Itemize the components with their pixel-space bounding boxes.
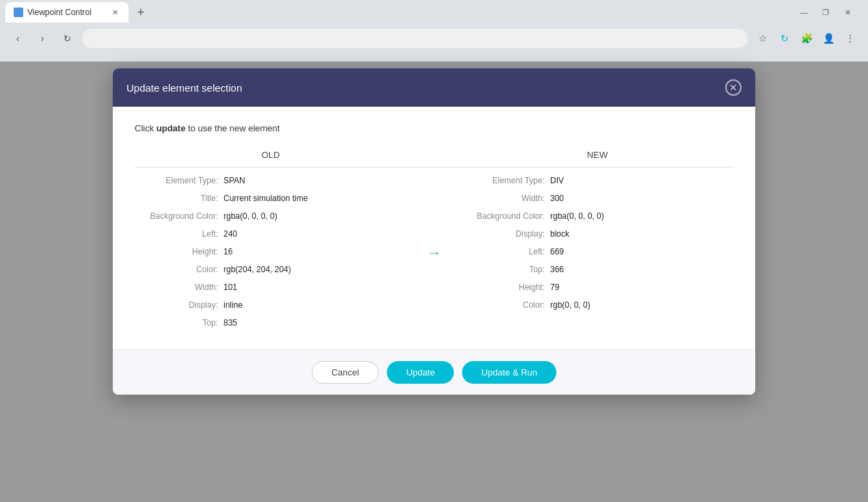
update-run-button[interactable]: Update & Run (462, 361, 556, 384)
bookmark-icon[interactable]: ☆ (753, 29, 772, 48)
page-content: Update element selection ✕ Click update … (0, 62, 868, 502)
cancel-button[interactable]: Cancel (312, 361, 379, 384)
old-field-row: Title:Current simulation time (135, 191, 407, 209)
old-field-row: Width:101 (135, 280, 407, 298)
dialog-body: Click update to use the new element OLD … (113, 107, 755, 349)
new-field-row: Element Type:DIV (461, 173, 733, 191)
dialog-header: Update element selection ✕ (113, 68, 755, 107)
old-field-label: Top: (135, 318, 223, 328)
new-field-value: rgb(0, 0, 0) (550, 300, 591, 310)
old-column-header: OLD (135, 150, 407, 167)
new-field-row: Color:rgb(0, 0, 0) (461, 298, 733, 315)
old-field-row: Element Type:SPAN (135, 173, 407, 191)
old-field-label: Display: (135, 300, 223, 310)
old-field-row: Height:16 (135, 244, 407, 262)
active-tab[interactable]: Viewpoint Control ✕ (5, 2, 128, 23)
dialog: Update element selection ✕ Click update … (113, 68, 755, 395)
new-field-label: Display: (461, 229, 550, 239)
new-field-row: Left:669 (461, 244, 733, 262)
old-field-row: Color:rgb(204, 204, 204) (135, 262, 407, 280)
old-field-label: Element Type: (135, 176, 223, 185)
new-field-label: Height: (461, 282, 550, 292)
toolbar-icons: ☆ ↻ 🧩 👤 ⋮ (753, 29, 860, 48)
old-field-label: Width: (135, 282, 223, 292)
old-field-value: 240 (223, 229, 237, 239)
old-field-label: Title: (135, 194, 223, 203)
new-field-row: Height:79 (461, 280, 733, 298)
address-bar: ‹ › ↻ ☆ ↻ 🧩 👤 ⋮ (0, 25, 868, 52)
new-field-value: 669 (550, 247, 564, 256)
new-field-row: Background Color:rgba(0, 0, 0, 0) (461, 209, 733, 226)
new-tab-button[interactable]: + (131, 3, 150, 22)
update-button[interactable]: Update (387, 361, 454, 384)
dialog-close-button[interactable]: ✕ (725, 79, 742, 96)
new-field-value: 79 (550, 282, 559, 292)
instruction-suffix: to use the new element (185, 123, 280, 133)
instruction-prefix: Click (135, 123, 157, 133)
new-field-value: rgba(0, 0, 0, 0) (550, 211, 604, 221)
new-field-label: Element Type: (461, 176, 550, 185)
new-field-value: DIV (550, 176, 564, 185)
old-field-row: Background Color:rgba(0, 0, 0, 0) (135, 209, 407, 226)
new-field-row: Top:366 (461, 262, 733, 280)
old-field-row: Left:240 (135, 226, 407, 244)
old-field-label: Height: (135, 247, 223, 256)
comparison-rows: Element Type:SPANTitle:Current simulatio… (135, 173, 733, 333)
modal-overlay: Update element selection ✕ Click update … (0, 62, 868, 502)
old-field-value: rgb(204, 204, 204) (223, 265, 291, 274)
old-field-row: Display:inline (135, 298, 407, 315)
new-field-label: Background Color: (461, 211, 550, 221)
tab-bar: Viewpoint Control ✕ + — ❐ ✕ (0, 0, 868, 25)
new-field-row: Display:block (461, 226, 733, 244)
extension-icon-2[interactable]: 🧩 (797, 29, 816, 48)
back-button[interactable]: ‹ (8, 29, 27, 48)
old-field-value: 16 (223, 247, 232, 256)
account-icon[interactable]: 👤 (819, 29, 838, 48)
tab-title: Viewpoint Control (27, 8, 105, 17)
menu-icon[interactable]: ⋮ (841, 29, 860, 48)
old-field-value: SPAN (223, 176, 245, 185)
tab-favicon (14, 8, 23, 17)
old-field-value: inline (223, 300, 243, 310)
old-field-label: Left: (135, 229, 223, 239)
address-input[interactable] (82, 29, 748, 48)
old-field-value: rgba(0, 0, 0, 0) (223, 211, 277, 221)
tab-close-button[interactable]: ✕ (109, 7, 120, 18)
minimize-button[interactable]: — (794, 3, 813, 22)
old-column: Element Type:SPANTitle:Current simulatio… (135, 173, 407, 333)
new-column-header: NEW (461, 150, 733, 167)
dialog-footer: Cancel Update Update & Run (113, 349, 755, 395)
new-field-value: block (550, 229, 569, 239)
old-field-value: 101 (223, 282, 237, 292)
new-field-row: Width:300 (461, 191, 733, 209)
old-field-value: Current simulation time (223, 194, 308, 203)
old-field-label: Color: (135, 265, 223, 274)
dialog-title: Update element selection (126, 82, 242, 94)
new-field-label: Top: (461, 265, 550, 274)
old-field-value: 835 (223, 318, 237, 328)
new-field-value: 300 (550, 194, 564, 203)
arrow-column: → (407, 173, 461, 333)
instruction-text: Click update to use the new element (135, 123, 733, 133)
forward-button[interactable]: › (33, 29, 52, 48)
maximize-button[interactable]: ❐ (816, 3, 835, 22)
old-field-row: Top:835 (135, 315, 407, 333)
new-field-label: Left: (461, 247, 550, 256)
old-field-label: Background Color: (135, 211, 223, 221)
new-column: Element Type:DIVWidth:300Background Colo… (461, 173, 733, 333)
new-field-label: Width: (461, 194, 550, 203)
extension-icon-1[interactable]: ↻ (775, 29, 794, 48)
arrow-spacer (407, 150, 461, 167)
close-window-button[interactable]: ✕ (838, 3, 857, 22)
new-field-value: 366 (550, 265, 564, 274)
browser-chrome: Viewpoint Control ✕ + — ❐ ✕ ‹ › ↻ ☆ ↻ 🧩 … (0, 0, 868, 62)
refresh-button[interactable]: ↻ (57, 29, 77, 48)
instruction-bold: update (157, 123, 186, 133)
column-headers: OLD NEW (135, 150, 733, 168)
new-field-label: Color: (461, 300, 550, 310)
direction-arrow: → (426, 244, 442, 262)
